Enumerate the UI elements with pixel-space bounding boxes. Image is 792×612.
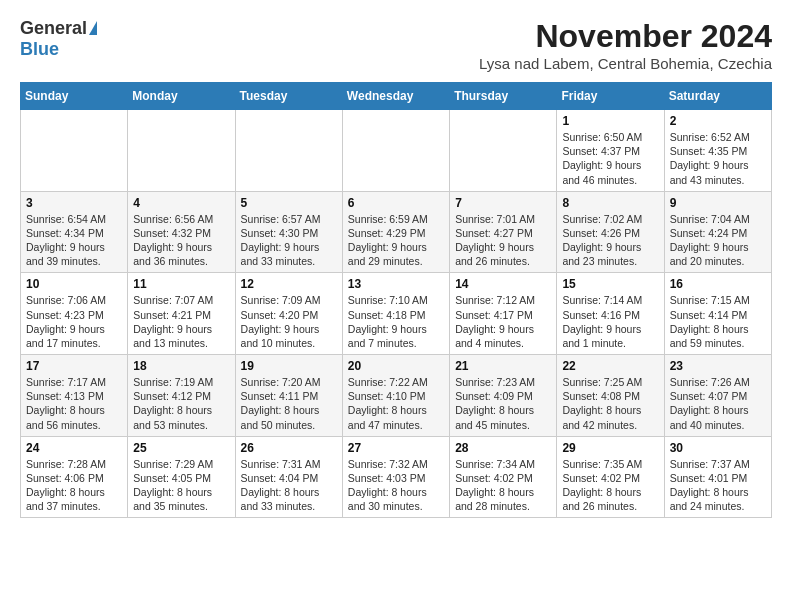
day-info: Sunrise: 7:37 AM Sunset: 4:01 PM Dayligh… — [670, 457, 766, 514]
calendar-cell: 6Sunrise: 6:59 AM Sunset: 4:29 PM Daylig… — [342, 191, 449, 273]
calendar-cell: 21Sunrise: 7:23 AM Sunset: 4:09 PM Dayli… — [450, 355, 557, 437]
main-title: November 2024 — [479, 18, 772, 55]
day-info: Sunrise: 6:56 AM Sunset: 4:32 PM Dayligh… — [133, 212, 229, 269]
day-info: Sunrise: 7:12 AM Sunset: 4:17 PM Dayligh… — [455, 293, 551, 350]
calendar-cell: 29Sunrise: 7:35 AM Sunset: 4:02 PM Dayli… — [557, 436, 664, 518]
day-number: 15 — [562, 277, 658, 291]
calendar-week-1: 1Sunrise: 6:50 AM Sunset: 4:37 PM Daylig… — [21, 110, 772, 192]
day-info: Sunrise: 7:20 AM Sunset: 4:11 PM Dayligh… — [241, 375, 337, 432]
day-info: Sunrise: 7:35 AM Sunset: 4:02 PM Dayligh… — [562, 457, 658, 514]
day-info: Sunrise: 7:23 AM Sunset: 4:09 PM Dayligh… — [455, 375, 551, 432]
logo-general: General — [20, 18, 87, 39]
day-info: Sunrise: 7:28 AM Sunset: 4:06 PM Dayligh… — [26, 457, 122, 514]
day-number: 10 — [26, 277, 122, 291]
calendar-cell: 23Sunrise: 7:26 AM Sunset: 4:07 PM Dayli… — [664, 355, 771, 437]
calendar-cell: 24Sunrise: 7:28 AM Sunset: 4:06 PM Dayli… — [21, 436, 128, 518]
day-number: 30 — [670, 441, 766, 455]
day-number: 11 — [133, 277, 229, 291]
day-info: Sunrise: 7:14 AM Sunset: 4:16 PM Dayligh… — [562, 293, 658, 350]
day-number: 2 — [670, 114, 766, 128]
header-sunday: Sunday — [21, 83, 128, 110]
calendar-week-2: 3Sunrise: 6:54 AM Sunset: 4:34 PM Daylig… — [21, 191, 772, 273]
calendar-cell: 4Sunrise: 6:56 AM Sunset: 4:32 PM Daylig… — [128, 191, 235, 273]
day-info: Sunrise: 7:09 AM Sunset: 4:20 PM Dayligh… — [241, 293, 337, 350]
calendar-cell: 25Sunrise: 7:29 AM Sunset: 4:05 PM Dayli… — [128, 436, 235, 518]
day-info: Sunrise: 7:06 AM Sunset: 4:23 PM Dayligh… — [26, 293, 122, 350]
calendar-week-3: 10Sunrise: 7:06 AM Sunset: 4:23 PM Dayli… — [21, 273, 772, 355]
day-number: 27 — [348, 441, 444, 455]
day-info: Sunrise: 7:25 AM Sunset: 4:08 PM Dayligh… — [562, 375, 658, 432]
calendar-cell — [342, 110, 449, 192]
day-info: Sunrise: 6:59 AM Sunset: 4:29 PM Dayligh… — [348, 212, 444, 269]
calendar-week-4: 17Sunrise: 7:17 AM Sunset: 4:13 PM Dayli… — [21, 355, 772, 437]
day-number: 1 — [562, 114, 658, 128]
calendar: Sunday Monday Tuesday Wednesday Thursday… — [20, 82, 772, 518]
day-info: Sunrise: 7:26 AM Sunset: 4:07 PM Dayligh… — [670, 375, 766, 432]
day-number: 9 — [670, 196, 766, 210]
header: General Blue November 2024 Lysa nad Labe… — [20, 18, 772, 72]
calendar-cell: 22Sunrise: 7:25 AM Sunset: 4:08 PM Dayli… — [557, 355, 664, 437]
day-number: 12 — [241, 277, 337, 291]
calendar-cell: 16Sunrise: 7:15 AM Sunset: 4:14 PM Dayli… — [664, 273, 771, 355]
title-section: November 2024 Lysa nad Labem, Central Bo… — [479, 18, 772, 72]
day-number: 26 — [241, 441, 337, 455]
calendar-cell: 30Sunrise: 7:37 AM Sunset: 4:01 PM Dayli… — [664, 436, 771, 518]
day-info: Sunrise: 6:52 AM Sunset: 4:35 PM Dayligh… — [670, 130, 766, 187]
day-number: 8 — [562, 196, 658, 210]
day-number: 23 — [670, 359, 766, 373]
day-number: 7 — [455, 196, 551, 210]
calendar-cell: 19Sunrise: 7:20 AM Sunset: 4:11 PM Dayli… — [235, 355, 342, 437]
header-tuesday: Tuesday — [235, 83, 342, 110]
day-number: 24 — [26, 441, 122, 455]
calendar-cell: 1Sunrise: 6:50 AM Sunset: 4:37 PM Daylig… — [557, 110, 664, 192]
day-info: Sunrise: 6:54 AM Sunset: 4:34 PM Dayligh… — [26, 212, 122, 269]
calendar-cell — [235, 110, 342, 192]
day-info: Sunrise: 7:01 AM Sunset: 4:27 PM Dayligh… — [455, 212, 551, 269]
calendar-cell: 12Sunrise: 7:09 AM Sunset: 4:20 PM Dayli… — [235, 273, 342, 355]
calendar-cell: 28Sunrise: 7:34 AM Sunset: 4:02 PM Dayli… — [450, 436, 557, 518]
calendar-cell: 11Sunrise: 7:07 AM Sunset: 4:21 PM Dayli… — [128, 273, 235, 355]
day-info: Sunrise: 7:34 AM Sunset: 4:02 PM Dayligh… — [455, 457, 551, 514]
day-info: Sunrise: 7:04 AM Sunset: 4:24 PM Dayligh… — [670, 212, 766, 269]
day-number: 5 — [241, 196, 337, 210]
day-info: Sunrise: 6:57 AM Sunset: 4:30 PM Dayligh… — [241, 212, 337, 269]
calendar-cell: 15Sunrise: 7:14 AM Sunset: 4:16 PM Dayli… — [557, 273, 664, 355]
logo-blue: Blue — [20, 39, 59, 60]
calendar-cell: 13Sunrise: 7:10 AM Sunset: 4:18 PM Dayli… — [342, 273, 449, 355]
logo-text: General — [20, 18, 97, 39]
calendar-cell: 9Sunrise: 7:04 AM Sunset: 4:24 PM Daylig… — [664, 191, 771, 273]
day-number: 6 — [348, 196, 444, 210]
day-info: Sunrise: 7:10 AM Sunset: 4:18 PM Dayligh… — [348, 293, 444, 350]
day-number: 21 — [455, 359, 551, 373]
calendar-cell: 8Sunrise: 7:02 AM Sunset: 4:26 PM Daylig… — [557, 191, 664, 273]
calendar-cell: 18Sunrise: 7:19 AM Sunset: 4:12 PM Dayli… — [128, 355, 235, 437]
calendar-cell: 5Sunrise: 6:57 AM Sunset: 4:30 PM Daylig… — [235, 191, 342, 273]
calendar-week-5: 24Sunrise: 7:28 AM Sunset: 4:06 PM Dayli… — [21, 436, 772, 518]
calendar-cell: 3Sunrise: 6:54 AM Sunset: 4:34 PM Daylig… — [21, 191, 128, 273]
day-info: Sunrise: 7:29 AM Sunset: 4:05 PM Dayligh… — [133, 457, 229, 514]
subtitle: Lysa nad Labem, Central Bohemia, Czechia — [479, 55, 772, 72]
header-monday: Monday — [128, 83, 235, 110]
calendar-cell: 26Sunrise: 7:31 AM Sunset: 4:04 PM Dayli… — [235, 436, 342, 518]
day-number: 4 — [133, 196, 229, 210]
header-friday: Friday — [557, 83, 664, 110]
calendar-cell: 14Sunrise: 7:12 AM Sunset: 4:17 PM Dayli… — [450, 273, 557, 355]
header-saturday: Saturday — [664, 83, 771, 110]
calendar-cell: 7Sunrise: 7:01 AM Sunset: 4:27 PM Daylig… — [450, 191, 557, 273]
day-number: 3 — [26, 196, 122, 210]
header-thursday: Thursday — [450, 83, 557, 110]
day-number: 17 — [26, 359, 122, 373]
day-info: Sunrise: 7:19 AM Sunset: 4:12 PM Dayligh… — [133, 375, 229, 432]
day-info: Sunrise: 7:22 AM Sunset: 4:10 PM Dayligh… — [348, 375, 444, 432]
day-info: Sunrise: 7:31 AM Sunset: 4:04 PM Dayligh… — [241, 457, 337, 514]
day-info: Sunrise: 7:02 AM Sunset: 4:26 PM Dayligh… — [562, 212, 658, 269]
calendar-cell — [128, 110, 235, 192]
calendar-cell: 2Sunrise: 6:52 AM Sunset: 4:35 PM Daylig… — [664, 110, 771, 192]
calendar-cell: 17Sunrise: 7:17 AM Sunset: 4:13 PM Dayli… — [21, 355, 128, 437]
calendar-cell — [21, 110, 128, 192]
calendar-cell: 27Sunrise: 7:32 AM Sunset: 4:03 PM Dayli… — [342, 436, 449, 518]
day-info: Sunrise: 7:17 AM Sunset: 4:13 PM Dayligh… — [26, 375, 122, 432]
day-number: 25 — [133, 441, 229, 455]
day-number: 14 — [455, 277, 551, 291]
day-info: Sunrise: 7:15 AM Sunset: 4:14 PM Dayligh… — [670, 293, 766, 350]
